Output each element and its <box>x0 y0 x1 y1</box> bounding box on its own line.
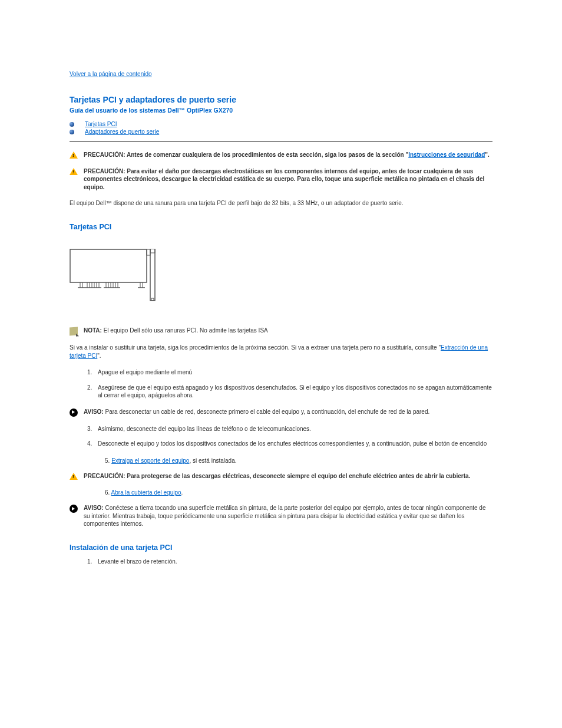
warning-triangle-icon <box>70 473 78 480</box>
intro-text: El equipo Dell™ dispone de una ranura pa… <box>70 199 492 207</box>
page-title: Tarjetas PCI y adaptadores de puerto ser… <box>70 95 492 104</box>
step-list: 1. Apague el equipo mediante el menú 2. … <box>70 368 492 400</box>
toc-link-pci[interactable]: Tarjetas PCI <box>85 121 117 127</box>
step-3-text: Asimismo, desconecte del equipo las líne… <box>98 425 492 433</box>
step-5: 5. Extraiga el soporte del equipo, si es… <box>105 457 492 464</box>
toc-item-serial: Adaptadores de puerto serie <box>70 129 492 135</box>
toc-link-serial[interactable]: Adaptadores de puerto serie <box>85 129 159 135</box>
step-5-post: , si está instalada. <box>189 457 236 464</box>
note-callout-1: NOTA: El equipo Dell sólo usa ranuras PC… <box>70 327 492 335</box>
aviso-2-text: Conéctese a tierra tocando una superfici… <box>84 505 485 527</box>
aviso-callout-1: AVISO: Para desconectar un cable de red,… <box>70 408 492 417</box>
svg-rect-0 <box>70 249 147 282</box>
install-step-list: 1. Levante el brazo de retención. <box>70 558 492 566</box>
open-cover-link[interactable]: Abra la cubierta del equipo <box>111 489 181 496</box>
safety-instructions-link[interactable]: Instrucciones de seguridad <box>408 151 485 158</box>
step-4: 4. Desconecte el equipo y todos los disp… <box>87 440 492 448</box>
install-step-1: 1. Levante el brazo de retención. <box>87 558 492 566</box>
svg-rect-2 <box>150 249 155 301</box>
warning-triangle-icon <box>70 151 78 159</box>
precaution-2-text: Para evitar el daño por descargas electr… <box>84 168 484 190</box>
step-list-2: 3. Asimismo, desconecte del equipo las l… <box>70 425 492 448</box>
divider <box>70 141 492 141</box>
step-6: 6. Abra la cubierta del equipo. <box>105 489 492 496</box>
pci-card-illustration <box>70 249 492 303</box>
back-link[interactable]: Volver a la página de contenido <box>70 71 152 77</box>
step-3: 3. Asimismo, desconecte del equipo las l… <box>87 425 492 433</box>
precaucion-label: PRECAUCIÓN: <box>84 168 125 174</box>
aviso-label: AVISO: <box>84 409 104 415</box>
precaution-callout-3: PRECAUCIÓN: Para protegerse de las desca… <box>70 472 492 480</box>
svg-rect-3 <box>150 249 155 253</box>
nota-label: NOTA: <box>84 327 102 334</box>
step-number: 1. <box>87 368 98 377</box>
precaucion-label: PRECAUCIÓN: <box>84 473 125 479</box>
step-1-text: Apague el equipo mediante el menú <box>98 368 492 377</box>
install-step-1-text: Levante el brazo de retención. <box>98 558 492 566</box>
step-number: 5. <box>105 457 110 464</box>
step-number: 1. <box>87 558 98 566</box>
step-number: 3. <box>87 425 98 433</box>
aviso-label: AVISO: <box>84 505 104 511</box>
install-replace-text: Si va a instalar o sustituir una tarjeta… <box>70 344 492 360</box>
bullet-icon <box>70 122 74 127</box>
page-subtitle: Guía del usuario de los sistemas Dell™ O… <box>70 107 492 114</box>
toc: Tarjetas PCI Adaptadores de puerto serie <box>70 121 492 135</box>
step-2: 2. Asegúrese de que el equipo está apaga… <box>87 384 492 400</box>
step-2-text: Asegúrese de que el equipo está apagado … <box>98 384 492 400</box>
precaution-1-post: ". <box>485 151 490 158</box>
precaution-callout-1: PRECAUCIÓN: Antes de comenzar cualquiera… <box>70 151 492 159</box>
precaution-callout-2: PRECAUCIÓN: Para evitar el daño por desc… <box>70 167 492 192</box>
svg-rect-1 <box>147 249 150 255</box>
step-number: 6. <box>105 489 110 496</box>
toc-item-pci: Tarjetas PCI <box>70 121 492 127</box>
step-1: 1. Apague el equipo mediante el menú <box>87 368 492 377</box>
precaution-1-pre: Antes de comenzar cualquiera de los proc… <box>125 151 409 158</box>
aviso-1-text: Para desconectar un cable de red, descon… <box>104 409 430 415</box>
precaution-3-text: Para protegerse de las descargas eléctri… <box>125 473 471 479</box>
precaucion-label: PRECAUCIÓN: <box>84 151 125 158</box>
remove-stand-link[interactable]: Extraiga el soporte del equipo <box>111 457 189 464</box>
aviso-callout-2: AVISO: Conéctese a tierra tocando una su… <box>70 504 492 528</box>
arrow-circle-icon <box>70 409 78 417</box>
step-number: 4. <box>87 440 98 448</box>
step-6-post: . <box>181 489 183 496</box>
note-pencil-icon <box>70 327 78 335</box>
section-pci-title: Tarjetas PCI <box>70 223 492 231</box>
section-install-title: Instalación de una tarjeta PCI <box>70 543 492 552</box>
arrow-circle-icon <box>70 505 78 513</box>
step-4-text: Desconecte el equipo y todos los disposi… <box>98 440 492 448</box>
step-number: 2. <box>87 384 98 400</box>
note-1-text: El equipo Dell sólo usa ranuras PCI. No … <box>102 327 268 334</box>
bullet-icon <box>70 130 74 134</box>
warning-triangle-icon <box>70 168 78 175</box>
